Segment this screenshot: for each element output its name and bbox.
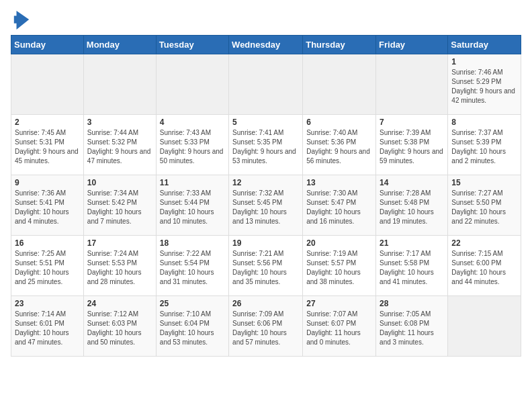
day-info: Sunrise: 7:32 AM Sunset: 5:45 PM Dayligh… <box>232 189 299 226</box>
day-info: Sunrise: 7:39 AM Sunset: 5:38 PM Dayligh… <box>380 128 444 166</box>
calendar-cell <box>11 54 84 115</box>
calendar-cell: 23Sunrise: 7:14 AM Sunset: 6:01 PM Dayli… <box>11 296 84 357</box>
calendar-cell: 17Sunrise: 7:24 AM Sunset: 5:53 PM Dayli… <box>83 236 156 296</box>
day-number: 18 <box>160 238 225 248</box>
calendar-cell: 28Sunrise: 7:05 AM Sunset: 6:08 PM Dayli… <box>376 296 448 357</box>
calendar-cell: 13Sunrise: 7:30 AM Sunset: 5:47 PM Dayli… <box>303 175 376 236</box>
svg-marker-0 <box>14 11 29 30</box>
day-number: 28 <box>380 299 444 308</box>
day-number: 17 <box>87 238 152 248</box>
calendar-week-4: 16Sunrise: 7:25 AM Sunset: 5:51 PM Dayli… <box>11 236 521 296</box>
day-number: 5 <box>232 118 299 127</box>
calendar-cell: 16Sunrise: 7:25 AM Sunset: 5:51 PM Dayli… <box>11 236 84 296</box>
day-number: 6 <box>306 118 372 127</box>
calendar-cell: 26Sunrise: 7:09 AM Sunset: 6:06 PM Dayli… <box>229 296 303 357</box>
calendar-cell <box>303 54 376 115</box>
weekday-header-tuesday: Tuesday <box>156 36 228 54</box>
day-number: 15 <box>451 178 517 187</box>
day-number: 16 <box>15 238 80 248</box>
day-number: 4 <box>160 118 225 127</box>
calendar-cell: 5Sunrise: 7:41 AM Sunset: 5:35 PM Daylig… <box>229 115 303 175</box>
weekday-header-wednesday: Wednesday <box>229 36 303 54</box>
calendar-cell <box>448 296 521 357</box>
day-number: 3 <box>87 118 152 127</box>
calendar-cell: 8Sunrise: 7:37 AM Sunset: 5:39 PM Daylig… <box>448 115 521 175</box>
weekday-header-sunday: Sunday <box>11 36 84 54</box>
day-number: 21 <box>380 238 444 248</box>
day-info: Sunrise: 7:45 AM Sunset: 5:31 PM Dayligh… <box>15 128 80 166</box>
day-info: Sunrise: 7:25 AM Sunset: 5:51 PM Dayligh… <box>15 249 80 287</box>
calendar-cell: 11Sunrise: 7:33 AM Sunset: 5:44 PM Dayli… <box>156 175 228 236</box>
calendar-cell: 24Sunrise: 7:12 AM Sunset: 6:03 PM Dayli… <box>83 296 156 357</box>
day-info: Sunrise: 7:40 AM Sunset: 5:36 PM Dayligh… <box>306 128 372 166</box>
day-number: 23 <box>15 299 80 308</box>
day-info: Sunrise: 7:10 AM Sunset: 6:04 PM Dayligh… <box>160 310 225 347</box>
day-info: Sunrise: 7:12 AM Sunset: 6:03 PM Dayligh… <box>87 310 152 347</box>
day-info: Sunrise: 7:43 AM Sunset: 5:33 PM Dayligh… <box>160 128 225 166</box>
calendar-cell: 2Sunrise: 7:45 AM Sunset: 5:31 PM Daylig… <box>11 115 84 175</box>
calendar-cell: 6Sunrise: 7:40 AM Sunset: 5:36 PM Daylig… <box>303 115 376 175</box>
day-number: 10 <box>87 178 152 187</box>
calendar-header-row: SundayMondayTuesdayWednesdayThursdayFrid… <box>11 36 521 54</box>
calendar-cell: 21Sunrise: 7:17 AM Sunset: 5:58 PM Dayli… <box>376 236 448 296</box>
calendar-cell: 14Sunrise: 7:28 AM Sunset: 5:48 PM Dayli… <box>376 175 448 236</box>
calendar-cell: 27Sunrise: 7:07 AM Sunset: 6:07 PM Dayli… <box>303 296 376 357</box>
day-number: 20 <box>306 238 372 248</box>
calendar-week-2: 2Sunrise: 7:45 AM Sunset: 5:31 PM Daylig… <box>11 115 521 175</box>
calendar-cell: 10Sunrise: 7:34 AM Sunset: 5:42 PM Dayli… <box>83 175 156 236</box>
calendar-cell: 19Sunrise: 7:21 AM Sunset: 5:56 PM Dayli… <box>229 236 303 296</box>
calendar-table: SundayMondayTuesdayWednesdayThursdayFrid… <box>11 35 521 357</box>
day-info: Sunrise: 7:28 AM Sunset: 5:48 PM Dayligh… <box>380 189 444 226</box>
day-info: Sunrise: 7:41 AM Sunset: 5:35 PM Dayligh… <box>232 128 299 166</box>
day-number: 19 <box>232 238 299 248</box>
day-number: 25 <box>160 299 225 308</box>
calendar-cell: 4Sunrise: 7:43 AM Sunset: 5:33 PM Daylig… <box>156 115 228 175</box>
day-number: 11 <box>160 178 225 187</box>
calendar-cell <box>376 54 448 115</box>
day-info: Sunrise: 7:15 AM Sunset: 6:00 PM Dayligh… <box>451 249 517 287</box>
day-info: Sunrise: 7:27 AM Sunset: 5:50 PM Dayligh… <box>451 189 517 226</box>
day-info: Sunrise: 7:30 AM Sunset: 5:47 PM Dayligh… <box>306 189 372 226</box>
calendar-cell <box>229 54 303 115</box>
calendar-cell: 25Sunrise: 7:10 AM Sunset: 6:04 PM Dayli… <box>156 296 228 357</box>
day-info: Sunrise: 7:24 AM Sunset: 5:53 PM Dayligh… <box>87 249 152 287</box>
calendar-cell: 22Sunrise: 7:15 AM Sunset: 6:00 PM Dayli… <box>448 236 521 296</box>
calendar-cell: 15Sunrise: 7:27 AM Sunset: 5:50 PM Dayli… <box>448 175 521 236</box>
weekday-header-monday: Monday <box>83 36 156 54</box>
day-info: Sunrise: 7:09 AM Sunset: 6:06 PM Dayligh… <box>232 310 299 347</box>
weekday-header-thursday: Thursday <box>303 36 376 54</box>
day-info: Sunrise: 7:21 AM Sunset: 5:56 PM Dayligh… <box>232 249 299 287</box>
calendar-cell: 1Sunrise: 7:46 AM Sunset: 5:29 PM Daylig… <box>448 54 521 115</box>
calendar-cell: 18Sunrise: 7:22 AM Sunset: 5:54 PM Dayli… <box>156 236 228 296</box>
day-info: Sunrise: 7:33 AM Sunset: 5:44 PM Dayligh… <box>160 189 225 226</box>
day-info: Sunrise: 7:22 AM Sunset: 5:54 PM Dayligh… <box>160 249 225 287</box>
calendar-cell <box>83 54 156 115</box>
day-number: 12 <box>232 178 299 187</box>
day-info: Sunrise: 7:46 AM Sunset: 5:29 PM Dayligh… <box>451 68 517 105</box>
day-info: Sunrise: 7:14 AM Sunset: 6:01 PM Dayligh… <box>15 310 80 347</box>
weekday-header-saturday: Saturday <box>448 36 521 54</box>
day-info: Sunrise: 7:17 AM Sunset: 5:58 PM Dayligh… <box>380 249 444 287</box>
day-info: Sunrise: 7:37 AM Sunset: 5:39 PM Dayligh… <box>451 128 517 166</box>
day-info: Sunrise: 7:34 AM Sunset: 5:42 PM Dayligh… <box>87 189 152 226</box>
day-number: 9 <box>15 178 80 187</box>
day-number: 14 <box>380 178 444 187</box>
calendar-week-1: 1Sunrise: 7:46 AM Sunset: 5:29 PM Daylig… <box>11 54 521 115</box>
calendar-cell: 20Sunrise: 7:19 AM Sunset: 5:57 PM Dayli… <box>303 236 376 296</box>
day-number: 27 <box>306 299 372 308</box>
day-info: Sunrise: 7:19 AM Sunset: 5:57 PM Dayligh… <box>306 249 372 287</box>
calendar-cell: 12Sunrise: 7:32 AM Sunset: 5:45 PM Dayli… <box>229 175 303 236</box>
day-info: Sunrise: 7:05 AM Sunset: 6:08 PM Dayligh… <box>380 310 444 347</box>
day-number: 13 <box>306 178 372 187</box>
day-info: Sunrise: 7:36 AM Sunset: 5:41 PM Dayligh… <box>15 189 80 226</box>
day-number: 8 <box>451 118 517 127</box>
day-number: 1 <box>451 57 517 66</box>
day-number: 2 <box>15 118 80 127</box>
day-number: 26 <box>232 299 299 308</box>
logo-arrow-icon <box>13 11 30 30</box>
calendar-week-5: 23Sunrise: 7:14 AM Sunset: 6:01 PM Dayli… <box>11 296 521 357</box>
day-number: 24 <box>87 299 152 308</box>
day-info: Sunrise: 7:07 AM Sunset: 6:07 PM Dayligh… <box>306 310 372 347</box>
calendar-cell: 3Sunrise: 7:44 AM Sunset: 5:32 PM Daylig… <box>83 115 156 175</box>
logo <box>11 11 30 30</box>
